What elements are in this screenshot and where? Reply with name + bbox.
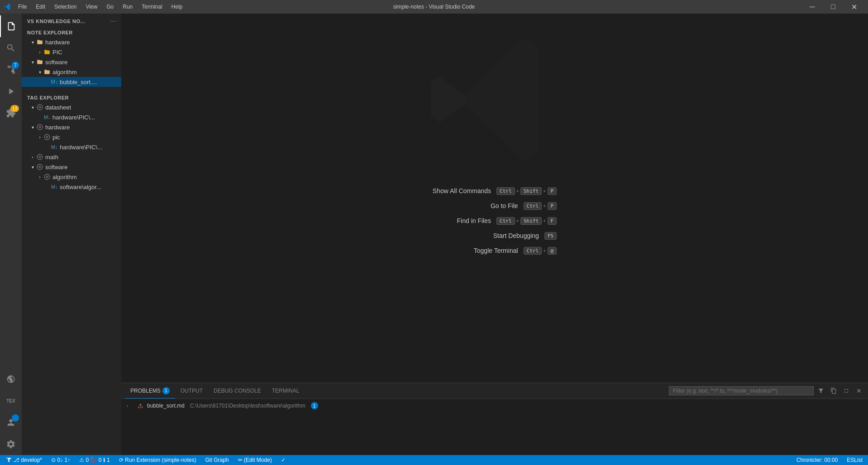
- activity-account[interactable]: [0, 412, 22, 433]
- status-eslist-text: ESList: [847, 457, 863, 463]
- menu-help[interactable]: Help: [168, 3, 186, 11]
- activity-explorer[interactable]: [0, 15, 22, 37]
- file-hw-pic2-icon: M↓: [51, 143, 58, 151]
- kbd-find: Ctrl + Shift + F: [496, 217, 557, 225]
- status-bar-left: ⎇ develop* ⊙ 0↓ 1↑ ⚠ 0 🚫 0 ℹ 1 ⟳ Run Ext…: [4, 455, 287, 465]
- activity-source-control[interactable]: 7: [0, 59, 22, 81]
- svg-point-6: [46, 136, 48, 138]
- vscode-watermark: [431, 36, 558, 163]
- panel-tab-problems[interactable]: PROBLEMS 1: [125, 383, 175, 399]
- status-bar: ⎇ develop* ⊙ 0↓ 1↑ ⚠ 0 🚫 0 ℹ 1 ⟳ Run Ext…: [0, 455, 868, 465]
- tree-item-tag-hardware[interactable]: hardware: [22, 122, 121, 132]
- kbd-debug: F5: [544, 232, 557, 240]
- chevron-pic: [36, 48, 43, 56]
- status-edit-mode-text: ✏ (Edit Mode): [238, 457, 272, 463]
- panel-expand-button[interactable]: [841, 385, 852, 396]
- titlebar: File Edit Selection View Go Run Terminal…: [0, 0, 868, 14]
- panel-filter-input[interactable]: [669, 386, 814, 395]
- tree-item-hardware[interactable]: hardware: [22, 37, 121, 47]
- menu-selection[interactable]: Selection: [51, 3, 80, 11]
- kbd-plus5: +: [543, 218, 546, 223]
- window-controls: ─ □ ✕: [802, 0, 864, 14]
- menu-view[interactable]: View: [82, 3, 101, 11]
- kbd-shift2: Shift: [520, 217, 542, 225]
- label-datasheet: datasheet: [45, 104, 71, 111]
- tree-item-tag-pic[interactable]: pic: [22, 132, 121, 142]
- status-run-ext-text: ⟳ Run Extension (simple-notes): [119, 457, 196, 463]
- chevron-software: [29, 58, 36, 66]
- menu-terminal[interactable]: Terminal: [138, 3, 166, 11]
- tree-item-datasheet[interactable]: datasheet: [22, 102, 121, 112]
- status-git-graph-text: Git Graph: [205, 457, 229, 463]
- panel-tab-output-label: OUTPUT: [181, 388, 203, 394]
- status-run-ext[interactable]: ⟳ Run Extension (simple-notes): [117, 455, 198, 465]
- command-row-show-all: Show All Commands Ctrl + Shift + P: [433, 187, 557, 195]
- panel-tabs-right: ✕: [669, 385, 864, 396]
- label-algorithm: algorithm: [52, 69, 76, 76]
- kbd-goto: Ctrl + P: [524, 202, 557, 210]
- kbd-ctrl2: Ctrl: [524, 202, 542, 210]
- activity-search[interactable]: [0, 37, 22, 59]
- tree-item-hw-pic[interactable]: M↓ hardware\PIC\...: [22, 112, 121, 122]
- status-edit-mode[interactable]: ✏ (Edit Mode): [236, 455, 274, 465]
- chevron-hardware: [29, 38, 36, 46]
- menu-file[interactable]: File: [14, 3, 30, 11]
- status-eslist[interactable]: ESList: [845, 455, 864, 465]
- command-row-terminal: Toggle Terminal Ctrl + @: [433, 247, 557, 255]
- svg-point-12: [46, 176, 48, 178]
- panel-tabs: PROBLEMS 1 OUTPUT DEBUG CONSOLE TERMINAL: [121, 383, 868, 399]
- menu-go[interactable]: Go: [103, 3, 117, 11]
- label-pic: PIC: [52, 49, 62, 56]
- tag-pic-icon: [43, 133, 51, 141]
- tree-item-tag-math[interactable]: math: [22, 152, 121, 162]
- minimize-button[interactable]: ─: [802, 0, 823, 14]
- tree-item-hw-pic2[interactable]: M↓ hardware\PIC\...: [22, 142, 121, 152]
- activity-settings[interactable]: [0, 433, 22, 455]
- svg-point-1: [37, 104, 43, 110]
- panel-copy-button[interactable]: [828, 385, 839, 396]
- branch-icon: [5, 457, 12, 463]
- tree-item-bubble-sort[interactable]: M↓ bubble_sort....: [22, 77, 121, 87]
- svg-point-3: [37, 124, 43, 130]
- status-git-graph[interactable]: Git Graph: [204, 455, 231, 465]
- tag-algorithm-icon: [43, 173, 51, 180]
- status-check[interactable]: ✓: [279, 455, 287, 465]
- status-errors[interactable]: ⚠ 0 🚫 0 ℹ 1: [77, 455, 112, 465]
- panel-close-button[interactable]: ✕: [854, 385, 864, 396]
- tag-software-icon: [36, 163, 43, 171]
- activity-extensions[interactable]: 13: [0, 102, 22, 124]
- tree-item-algorithm[interactable]: algorithm: [22, 67, 121, 77]
- kbd-show-all: Ctrl + Shift + P: [496, 187, 557, 195]
- activity-remote[interactable]: [0, 368, 22, 390]
- tex-label: TEX: [6, 399, 15, 403]
- kbd-plus6: +: [543, 248, 546, 253]
- status-sync[interactable]: ⊙ 0↓ 1↑: [49, 455, 72, 465]
- file-bubble-sort-icon: M↓: [51, 78, 58, 85]
- problem-expand-icon: ›: [127, 403, 134, 408]
- maximize-button[interactable]: □: [823, 0, 844, 14]
- panel-filter-button[interactable]: [816, 385, 826, 396]
- close-button[interactable]: ✕: [844, 0, 864, 14]
- tree-item-tag-algorithm[interactable]: algorithm: [22, 172, 121, 182]
- label-show-all-commands: Show All Commands: [433, 187, 491, 195]
- menu-run[interactable]: Run: [119, 3, 136, 11]
- editor-area: Show All Commands Ctrl + Shift + P Go to…: [121, 14, 868, 383]
- kbd-at: @: [548, 247, 557, 255]
- svg-point-11: [44, 174, 50, 180]
- command-row-find: Find in Files Ctrl + Shift + F: [433, 217, 557, 225]
- status-branch[interactable]: ⎇ develop*: [4, 455, 44, 465]
- activity-run-debug[interactable]: [0, 81, 22, 102]
- tree-item-pic[interactable]: PIC: [22, 47, 121, 57]
- panel-tab-debug-console[interactable]: DEBUG CONSOLE: [208, 383, 267, 399]
- panel-tab-terminal[interactable]: TERMINAL: [267, 383, 305, 399]
- tree-item-tag-software[interactable]: software: [22, 162, 121, 172]
- chevron-tag-software: [29, 163, 36, 171]
- activity-tex[interactable]: TEX: [0, 390, 22, 412]
- status-chronicler[interactable]: Chronicler: 00:00: [795, 455, 839, 465]
- panel-tab-output[interactable]: OUTPUT: [175, 383, 208, 399]
- tree-item-sw-algor[interactable]: M↓ software\algor...: [22, 182, 121, 192]
- menu-edit[interactable]: Edit: [32, 3, 49, 11]
- problem-item[interactable]: › ⚠ bubble_sort.md C:\Users\81701\Deskto…: [125, 401, 864, 411]
- tree-item-software[interactable]: software: [22, 57, 121, 67]
- workspace-menu-button[interactable]: ···: [110, 17, 116, 25]
